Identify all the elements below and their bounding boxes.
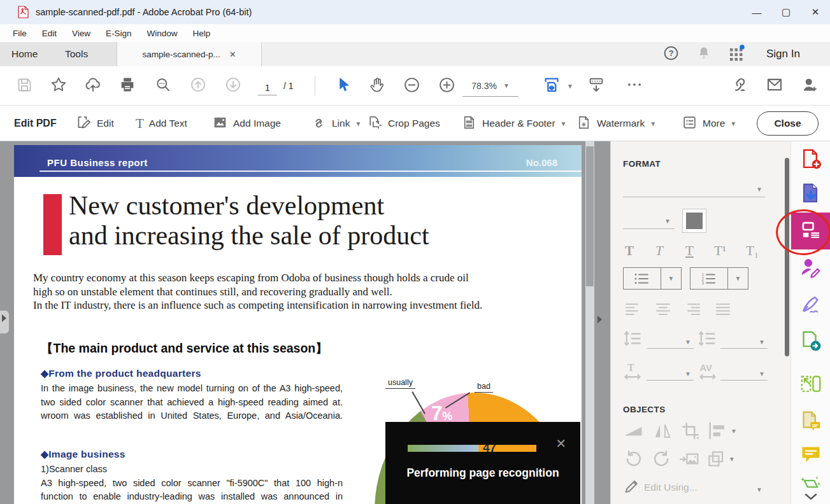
zoom-out-button[interactable] [399, 73, 424, 99]
underline-button[interactable]: T [685, 243, 694, 259]
pointer-icon [334, 76, 352, 96]
more-chevron-icon: ▼ [730, 120, 736, 127]
search-button[interactable] [150, 73, 176, 99]
paragraph-spacing-button[interactable] [698, 330, 717, 347]
zoom-level-dropdown[interactable]: 78.3% ▼ [462, 75, 519, 97]
page-scrolling-button[interactable] [583, 73, 609, 99]
menu-file[interactable]: File [5, 24, 34, 42]
panel-scrollbar[interactable] [785, 158, 789, 356]
right-panel-toggle[interactable] [597, 316, 602, 323]
close-document-icon[interactable]: ✕ [229, 50, 236, 59]
previous-page-button[interactable] [185, 73, 211, 99]
help-button[interactable]: ? [661, 42, 680, 66]
fit-width-button[interactable] [539, 73, 564, 99]
watermark-button[interactable]: Watermark ▼ [576, 106, 656, 141]
align-right-button[interactable] [683, 302, 704, 317]
more-tools-strip-button[interactable] [791, 493, 830, 504]
pdf-page[interactable]: PFU Business report No.068 New customer'… [14, 145, 582, 504]
line-spacing-button[interactable] [623, 330, 642, 347]
minimize-button[interactable]: — [742, 0, 771, 24]
bullet-list-chevron[interactable]: ▼ [661, 268, 681, 289]
arrange-objects-button[interactable] [706, 449, 726, 468]
crop-object-button[interactable] [681, 421, 700, 440]
menu-esign[interactable]: E-Sign [98, 24, 140, 42]
close-edit-pdf-button[interactable]: Close [757, 111, 819, 136]
request-comments-tool[interactable] [791, 409, 830, 437]
page-total-label: / 1 [283, 66, 294, 106]
italic-button[interactable]: T [655, 243, 663, 259]
align-objects-button[interactable] [708, 421, 728, 440]
export-pdf-tool[interactable] [791, 181, 830, 209]
header-footer-button[interactable]: Header & Footer ▼ [461, 106, 567, 141]
character-spacing-button[interactable]: AV [698, 361, 718, 381]
tab-document[interactable]: sample-scanned-p... ✕ [117, 42, 262, 66]
send-for-comments-tool[interactable] [791, 328, 830, 356]
crop-pages-button[interactable]: Crop Pages [367, 106, 440, 141]
favorites-button[interactable] [46, 73, 71, 99]
edit-button[interactable]: Edit [75, 106, 114, 141]
request-signatures-tool[interactable] [791, 255, 830, 283]
menu-view[interactable]: View [64, 24, 98, 42]
bold-button[interactable]: T [625, 243, 634, 259]
edit-using-pencil-button[interactable] [623, 477, 641, 495]
menu-window[interactable]: Window [140, 24, 185, 42]
align-center-button[interactable] [654, 302, 674, 317]
edit-pdf-tool-active[interactable] [791, 213, 830, 249]
maximize-button[interactable]: ▢ [771, 0, 801, 24]
edit-using-label[interactable]: Edit Using... [644, 482, 698, 493]
ai-tools-tool[interactable] [791, 473, 830, 495]
sign-in-button[interactable]: Sign In [766, 42, 800, 66]
font-color-swatch[interactable] [682, 209, 706, 233]
fill-sign-tool[interactable] [791, 291, 830, 319]
menu-edit[interactable]: Edit [34, 24, 64, 42]
left-pane-toggle[interactable] [0, 311, 9, 333]
notifications-button[interactable] [694, 42, 713, 66]
align-justify-button[interactable] [713, 302, 734, 317]
add-text-label: Add Text [149, 118, 187, 129]
scan-ocr-tool[interactable] [791, 372, 830, 400]
font-family-chevron-icon: ▼ [756, 186, 762, 193]
add-text-button[interactable]: T Add Text [136, 106, 187, 141]
superscript-button[interactable]: T¹ [714, 243, 726, 259]
rotate-cw-button[interactable] [652, 449, 672, 468]
numbered-list-button[interactable]: 123 [690, 268, 728, 289]
replace-image-button[interactable] [678, 449, 700, 468]
fit-width-chevron-icon[interactable]: ▼ [567, 83, 573, 90]
select-tool-button[interactable] [330, 73, 355, 99]
create-pdf-tool[interactable] [791, 146, 830, 174]
share-people-button[interactable] [797, 73, 822, 99]
toast-close-icon[interactable]: ✕ [555, 437, 566, 450]
tab-home[interactable]: Home [11, 42, 38, 66]
save-button[interactable] [11, 73, 37, 99]
flip-horizontal-button[interactable] [652, 421, 673, 440]
more-tools-button[interactable] [622, 73, 647, 99]
document-scrollbar[interactable] [585, 141, 594, 504]
font-family-dropdown[interactable] [623, 179, 765, 197]
rotate-ccw-button[interactable] [623, 449, 643, 468]
menu-help[interactable]: Help [185, 24, 218, 42]
send-page-icon [799, 329, 823, 356]
page-number-input[interactable] [258, 80, 277, 95]
tab-tools[interactable]: Tools [65, 42, 88, 66]
close-window-button[interactable]: ✕ [801, 0, 830, 24]
apps-grid-button[interactable] [727, 42, 746, 66]
print-button[interactable] [115, 73, 140, 99]
zoom-in-button[interactable] [434, 73, 459, 99]
add-image-button[interactable]: Add Image [212, 106, 281, 141]
horizontal-scale-button[interactable]: T [623, 361, 642, 381]
hand-tool-button[interactable] [364, 73, 390, 99]
next-page-button[interactable] [220, 73, 246, 99]
email-button[interactable] [762, 73, 787, 99]
align-left-button[interactable] [623, 302, 643, 317]
edit-pdf-accent-bar [0, 106, 3, 141]
comment-tool[interactable] [791, 442, 830, 470]
upload-cloud-button[interactable] [80, 73, 106, 99]
subscript-button[interactable]: T₁ [746, 243, 759, 259]
share-link-button[interactable] [726, 73, 752, 99]
numbered-list-chevron[interactable]: ▼ [728, 268, 748, 289]
bullet-list-button[interactable] [624, 268, 661, 289]
link-button[interactable]: Link ▼ [311, 106, 361, 141]
document-scrollbar-thumb[interactable] [586, 146, 594, 286]
more-button[interactable]: More ▼ [682, 106, 736, 141]
flip-vertical-button[interactable] [623, 421, 645, 440]
